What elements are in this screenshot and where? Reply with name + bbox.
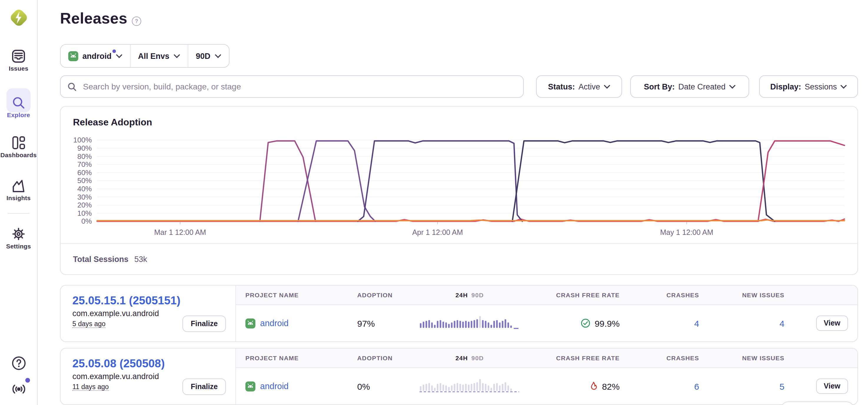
new-issues-count-link[interactable]: 5 bbox=[779, 381, 784, 391]
table-row: android 97% 99.9% 4 4 View bbox=[236, 305, 858, 341]
search-icon bbox=[68, 82, 76, 91]
sidebar-item-issues[interactable]: Issues bbox=[0, 47, 37, 72]
app-root: Issues Explore Dashboards bbox=[0, 0, 868, 405]
project-filter-label: android bbox=[83, 52, 112, 60]
android-project-icon bbox=[245, 381, 255, 391]
sidebar-item-explore[interactable]: Explore bbox=[0, 94, 37, 118]
gear-icon bbox=[0, 225, 37, 243]
sidebar-item-dashboards[interactable]: Dashboards bbox=[0, 134, 37, 158]
crash-free-rate-cell: 99.9% bbox=[531, 318, 620, 328]
svg-text:30%: 30% bbox=[78, 193, 92, 201]
project-notification-dot bbox=[112, 50, 116, 53]
svg-text:May 1 12:00 AM: May 1 12:00 AM bbox=[660, 228, 713, 236]
col-project-name: PROJECT NAME bbox=[245, 354, 357, 362]
crashes-count-link[interactable]: 6 bbox=[694, 381, 699, 391]
col-24h-90d[interactable]: 24H90D bbox=[408, 291, 531, 299]
svg-text:50%: 50% bbox=[78, 177, 92, 185]
finalize-button[interactable]: Finalize bbox=[182, 378, 226, 395]
android-project-icon bbox=[245, 318, 255, 328]
release-age[interactable]: 5 days ago bbox=[72, 320, 105, 328]
help-button[interactable] bbox=[0, 354, 37, 372]
issues-icon bbox=[0, 47, 37, 65]
broadcast-icon bbox=[0, 380, 37, 398]
release-version-link[interactable]: 25.05.15.1 (2505151) bbox=[72, 294, 236, 307]
new-issues-count-link[interactable]: 4 bbox=[779, 318, 784, 328]
col-adoption: ADOPTION bbox=[357, 291, 408, 299]
release-card: 25.05.15.1 (2505151) com.example.vu.andr… bbox=[60, 285, 858, 342]
svg-text:Apr 1 12:00 AM: Apr 1 12:00 AM bbox=[412, 228, 463, 236]
search-bar bbox=[60, 75, 524, 98]
search-input[interactable] bbox=[82, 81, 516, 92]
floating-widget-peek[interactable] bbox=[780, 402, 855, 405]
chevron-down-icon bbox=[729, 85, 736, 89]
question-circle-icon bbox=[0, 354, 37, 372]
view-button[interactable]: View bbox=[816, 378, 848, 394]
col-new-issues: NEW ISSUES bbox=[699, 291, 784, 299]
release-info: 25.05.08 (250508) com.example.vu.android… bbox=[61, 348, 236, 404]
chevron-down-icon bbox=[116, 54, 122, 58]
svg-text:100%: 100% bbox=[73, 136, 92, 144]
chart-title: Release Adoption bbox=[73, 117, 152, 128]
environment-filter[interactable]: All Envs bbox=[130, 45, 188, 67]
search-explore-icon bbox=[0, 94, 37, 111]
svg-text:0%: 0% bbox=[81, 217, 92, 225]
col-project-name: PROJECT NAME bbox=[245, 291, 357, 299]
svg-text:Mar 1 12:00 AM: Mar 1 12:00 AM bbox=[154, 228, 206, 236]
col-new-issues: NEW ISSUES bbox=[699, 354, 784, 362]
release-table: PROJECT NAME ADOPTION 24H90D CRASH FREE … bbox=[236, 348, 858, 404]
page-help-icon[interactable]: ? bbox=[132, 17, 141, 26]
display-dropdown[interactable]: Display: Sessions bbox=[759, 75, 858, 98]
project-link[interactable]: android bbox=[260, 318, 289, 328]
svg-text:20%: 20% bbox=[78, 201, 92, 209]
svg-text:70%: 70% bbox=[78, 160, 92, 168]
notification-dot bbox=[25, 378, 30, 383]
project-link[interactable]: android bbox=[260, 381, 289, 391]
chevron-down-icon bbox=[840, 85, 847, 89]
col-24h-90d[interactable]: 24H90D bbox=[408, 354, 531, 362]
release-age[interactable]: 11 days ago bbox=[72, 383, 109, 391]
crash-free-rate-value: 82% bbox=[602, 381, 620, 391]
chevron-down-icon bbox=[604, 85, 610, 89]
sessions-sparkline[interactable] bbox=[419, 378, 520, 393]
sidebar-item-settings[interactable]: Settings bbox=[0, 225, 37, 250]
release-adoption-chart: 0%10%20%30%40%50%60%70%80%90%100%Mar 1 1… bbox=[66, 135, 853, 244]
col-crash-free-rate: CRASH FREE RATE bbox=[531, 354, 620, 362]
sort-by-dropdown[interactable]: Sort By: Date Created bbox=[630, 75, 749, 98]
table-header: PROJECT NAME ADOPTION 24H90D CRASH FREE … bbox=[236, 348, 858, 368]
insights-icon bbox=[0, 177, 37, 194]
crash-free-rate-cell: 82% bbox=[531, 381, 620, 391]
android-project-icon bbox=[68, 51, 78, 61]
chevron-down-icon bbox=[174, 54, 180, 58]
crashes-count-link[interactable]: 4 bbox=[694, 318, 699, 328]
environment-filter-label: All Envs bbox=[138, 52, 169, 60]
dashboards-icon bbox=[0, 134, 37, 151]
total-sessions-value: 53k bbox=[134, 255, 147, 263]
sidebar-divider bbox=[8, 213, 29, 214]
page-title: Releases bbox=[60, 9, 127, 28]
sessions-sparkline[interactable] bbox=[419, 315, 520, 330]
date-range-filter[interactable]: 90D bbox=[188, 45, 229, 67]
adoption-value: 0% bbox=[357, 381, 408, 391]
svg-text:40%: 40% bbox=[78, 185, 92, 193]
col-crashes: CRASHES bbox=[620, 354, 699, 362]
table-header: PROJECT NAME ADOPTION 24H90D CRASH FREE … bbox=[236, 285, 858, 305]
release-card: 25.05.08 (250508) com.example.vu.android… bbox=[60, 348, 858, 405]
sentry-logo[interactable] bbox=[8, 7, 29, 28]
svg-text:80%: 80% bbox=[78, 152, 92, 160]
table-row: android 0% 82% 6 5 View bbox=[236, 368, 858, 404]
check-circle-icon bbox=[581, 318, 591, 328]
total-sessions-row: Total Sessions 53k bbox=[61, 243, 858, 274]
release-version-link[interactable]: 25.05.08 (250508) bbox=[72, 357, 236, 370]
release-table: PROJECT NAME ADOPTION 24H90D CRASH FREE … bbox=[236, 285, 858, 341]
status-dropdown[interactable]: Status: Active bbox=[536, 75, 622, 98]
col-crashes: CRASHES bbox=[620, 291, 699, 299]
sidebar-item-insights[interactable]: Insights bbox=[0, 177, 37, 201]
crash-free-rate-value: 99.9% bbox=[595, 318, 620, 328]
whats-new-button[interactable] bbox=[0, 380, 37, 398]
date-range-filter-label: 90D bbox=[196, 52, 211, 60]
project-filter[interactable]: android bbox=[61, 45, 130, 67]
view-button[interactable]: View bbox=[816, 315, 848, 331]
release-adoption-panel: Release Adoption 0%10%20%30%40%50%60%70%… bbox=[60, 106, 858, 275]
release-info: 25.05.15.1 (2505151) com.example.vu.andr… bbox=[61, 285, 236, 341]
finalize-button[interactable]: Finalize bbox=[182, 315, 226, 332]
